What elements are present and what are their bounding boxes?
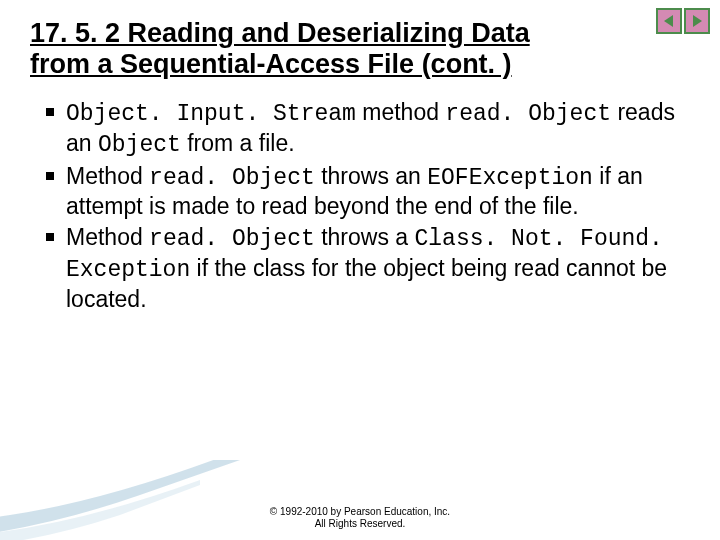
copyright-footer: © 1992-2010 by Pearson Education, Inc. A… bbox=[0, 506, 720, 530]
slide: 17. 5. 2 Reading and Deserializing Data … bbox=[0, 0, 720, 540]
body-text: throws a bbox=[315, 224, 415, 250]
arrow-right-icon bbox=[690, 14, 704, 28]
nav-next-button[interactable] bbox=[684, 8, 710, 34]
svg-marker-1 bbox=[693, 15, 702, 27]
bullet-item: Method read. Object throws an EOFExcepti… bbox=[46, 162, 680, 222]
body-text: method bbox=[356, 99, 446, 125]
code-text: read. Object bbox=[445, 101, 611, 127]
code-text: read. Object bbox=[149, 226, 315, 252]
body-text: from a file. bbox=[181, 130, 295, 156]
code-text: read. Object bbox=[149, 165, 315, 191]
body-text: Method bbox=[66, 224, 149, 250]
bullet-item: Object. Input. Stream method read. Objec… bbox=[46, 98, 680, 160]
footer-line-2: All Rights Reserved. bbox=[0, 518, 720, 530]
body-text: Method bbox=[66, 163, 149, 189]
bullet-list: Object. Input. Stream method read. Objec… bbox=[46, 98, 680, 313]
code-text: EOFException bbox=[427, 165, 593, 191]
slide-title: 17. 5. 2 Reading and Deserializing Data … bbox=[30, 18, 590, 80]
bullet-item: Method read. Object throws a Class. Not.… bbox=[46, 223, 680, 313]
footer-line-1: © 1992-2010 by Pearson Education, Inc. bbox=[0, 506, 720, 518]
body-text: throws an bbox=[315, 163, 428, 189]
code-text: Object bbox=[98, 132, 181, 158]
nav-prev-button[interactable] bbox=[656, 8, 682, 34]
nav-buttons bbox=[656, 8, 710, 34]
svg-marker-0 bbox=[664, 15, 673, 27]
arrow-left-icon bbox=[662, 14, 676, 28]
code-text: Object. Input. Stream bbox=[66, 101, 356, 127]
